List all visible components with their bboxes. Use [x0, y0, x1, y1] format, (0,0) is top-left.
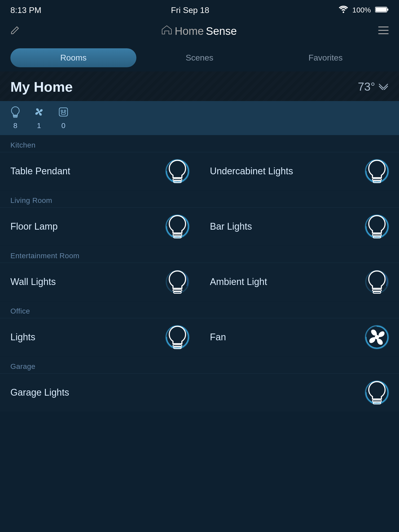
- rooms-content: Kitchen Table Pendant: [0, 135, 399, 411]
- device-undercabinet-lights[interactable]: Undercabinet Lights: [200, 152, 399, 190]
- svg-rect-37: [373, 400, 381, 402]
- device-garage-lights[interactable]: Garage Lights: [0, 373, 399, 411]
- svg-rect-23: [373, 234, 381, 236]
- svg-rect-29: [373, 289, 381, 291]
- table-pendant-button[interactable]: [166, 159, 189, 183]
- summary-lights: 8: [10, 106, 20, 130]
- svg-rect-5: [378, 33, 389, 34]
- home-header: My Home 73°: [0, 71, 399, 101]
- undercabinet-lights-button[interactable]: [365, 159, 389, 183]
- device-summary: 8 1 0: [0, 101, 399, 135]
- hamburger-menu-button[interactable]: [378, 26, 389, 37]
- tab-bar: Rooms Scenes Favorites: [0, 44, 399, 71]
- kitchen-devices: Table Pendant Under: [0, 152, 399, 190]
- svg-rect-24: [373, 236, 381, 238]
- temperature-value: 73°: [358, 80, 375, 93]
- device-ambient-light[interactable]: Ambient Light: [200, 263, 399, 301]
- svg-point-10: [61, 110, 63, 112]
- svg-rect-30: [373, 292, 381, 293]
- summary-fan-icon: [33, 106, 45, 120]
- svg-rect-18: [373, 181, 381, 183]
- svg-rect-17: [373, 179, 381, 180]
- svg-rect-21: [174, 236, 181, 238]
- room-office-label: Office: [0, 301, 399, 318]
- room-entertainment-label: Entertainment Room: [0, 246, 399, 263]
- status-date: Fri Sep 18: [171, 5, 209, 15]
- room-living-room-label: Living Room: [0, 191, 399, 207]
- bar-lights-button[interactable]: [365, 215, 389, 238]
- chevron-down-icon[interactable]: [378, 81, 389, 92]
- svg-point-8: [38, 111, 40, 113]
- summary-fans: 1: [33, 106, 45, 130]
- device-fan[interactable]: Fan: [200, 318, 399, 356]
- svg-rect-32: [173, 345, 182, 346]
- floor-lamp-button[interactable]: [166, 215, 189, 238]
- top-nav: HomeSense: [0, 18, 399, 44]
- logo-icon: [161, 24, 172, 38]
- living-room-devices: Floor Lamp Bar Ligh: [0, 207, 399, 245]
- device-wall-lights[interactable]: Wall Lights: [0, 263, 200, 301]
- summary-lights-count: 8: [13, 122, 17, 130]
- tab-favorites[interactable]: Favorites: [263, 48, 389, 67]
- svg-rect-7: [14, 117, 17, 117]
- device-floor-lamp[interactable]: Floor Lamp: [0, 207, 200, 245]
- battery-icon: [375, 6, 389, 14]
- garage-lights-button[interactable]: [365, 381, 389, 404]
- svg-rect-27: [174, 292, 181, 293]
- logo-home-text: Home: [175, 25, 204, 37]
- temperature-display: 73°: [358, 80, 389, 93]
- wall-lights-button[interactable]: [166, 270, 189, 294]
- wifi-icon: [339, 6, 348, 15]
- status-time: 8:13 PM: [10, 5, 41, 15]
- ambient-light-button[interactable]: [365, 270, 389, 294]
- svg-rect-14: [173, 179, 182, 180]
- room-garage: Garage Garage Lights: [0, 357, 399, 411]
- edit-button[interactable]: [10, 25, 20, 37]
- battery-percent: 100%: [352, 6, 371, 14]
- home-title: My Home: [10, 79, 73, 95]
- svg-rect-15: [174, 181, 181, 183]
- summary-outlets: 0: [58, 106, 69, 130]
- summary-outlet-icon: [58, 106, 69, 120]
- svg-rect-4: [378, 30, 389, 31]
- room-kitchen-label: Kitchen: [0, 135, 399, 152]
- entertainment-devices: Wall Lights Ambient: [0, 263, 399, 301]
- svg-rect-33: [174, 347, 181, 349]
- svg-rect-2: [387, 9, 388, 11]
- room-garage-label: Garage: [0, 357, 399, 373]
- tab-scenes[interactable]: Scenes: [136, 48, 262, 67]
- logo-sense-text: Sense: [206, 25, 237, 37]
- svg-rect-6: [13, 116, 17, 116]
- room-kitchen: Kitchen Table Pendant: [0, 135, 399, 190]
- svg-rect-12: [61, 112, 65, 114]
- summary-outlets-count: 0: [61, 122, 65, 130]
- room-living-room: Living Room Floor Lamp: [0, 191, 399, 245]
- room-entertainment: Entertainment Room Wall Lights: [0, 246, 399, 301]
- status-icons: 100%: [339, 6, 389, 15]
- svg-rect-9: [59, 108, 68, 116]
- svg-rect-3: [378, 26, 389, 28]
- office-devices: Lights Fan: [0, 318, 399, 356]
- svg-rect-26: [173, 289, 182, 291]
- summary-fans-count: 1: [37, 122, 41, 130]
- status-bar: 8:13 PM Fri Sep 18 100%: [0, 0, 399, 18]
- room-office: Office Lights: [0, 301, 399, 356]
- office-lights-button[interactable]: [166, 325, 189, 349]
- summary-light-icon: [10, 106, 20, 120]
- app-logo: HomeSense: [161, 24, 237, 38]
- device-office-lights[interactable]: Lights: [0, 318, 200, 356]
- device-bar-lights[interactable]: Bar Lights: [200, 207, 399, 245]
- device-table-pendant[interactable]: Table Pendant: [0, 152, 200, 190]
- svg-rect-38: [373, 402, 381, 404]
- svg-point-35: [375, 335, 379, 340]
- svg-rect-20: [173, 234, 182, 236]
- tab-rooms[interactable]: Rooms: [10, 48, 136, 67]
- fan-button[interactable]: [365, 325, 389, 349]
- svg-rect-1: [376, 8, 387, 12]
- svg-point-11: [64, 110, 66, 112]
